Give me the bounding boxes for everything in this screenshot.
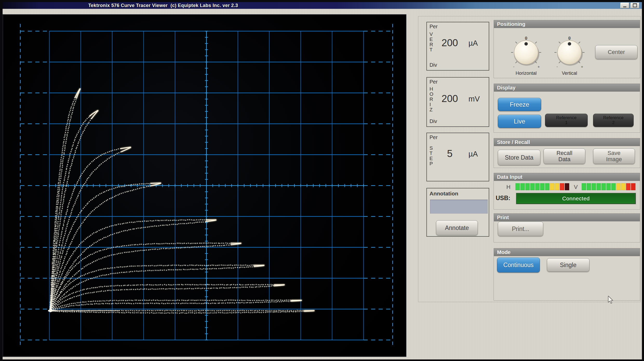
knob-minus-label: - bbox=[556, 64, 558, 69]
per-vert-prefix: Per bbox=[430, 24, 438, 30]
per-step-prefix: Per bbox=[430, 134, 438, 140]
title-bar[interactable]: Tektronix 576 Curve Tracer Viewer (c) Eq… bbox=[3, 2, 642, 9]
reference1-button[interactable]: Reference 1 bbox=[545, 114, 588, 127]
annotation-box: Annotation Annotate bbox=[426, 188, 489, 237]
usb-label: USB: bbox=[496, 195, 510, 202]
usb-status-bar: Connected bbox=[516, 193, 636, 204]
recall-data-label-2: Data bbox=[558, 156, 570, 162]
single-mode-button[interactable]: Single bbox=[547, 258, 589, 272]
positioning-header: Positioning bbox=[494, 20, 640, 28]
vert-per-div-value: 200 bbox=[434, 37, 465, 49]
window-title: Tektronix 576 Curve Tracer Viewer (c) Eq… bbox=[3, 3, 238, 8]
per-vert-div-box: Per VERT 200 µA Div bbox=[426, 22, 489, 71]
vert-per-div-unit: µA bbox=[468, 39, 487, 47]
crt-display bbox=[3, 15, 406, 356]
save-image-label-2: Image bbox=[606, 156, 622, 162]
maximize-icon bbox=[633, 3, 637, 7]
display-header: Display bbox=[494, 84, 640, 92]
maximize-button[interactable] bbox=[630, 3, 639, 8]
freeze-button[interactable]: Freeze bbox=[498, 98, 541, 111]
vertical-position-knob[interactable]: - + bbox=[552, 32, 587, 71]
per-step-axis-label: STEP bbox=[430, 146, 432, 166]
horiz-per-div-unit: mV bbox=[468, 95, 487, 103]
annotation-title: Annotation bbox=[430, 190, 458, 197]
reference2-label: Reference bbox=[603, 115, 623, 120]
minimize-button[interactable] bbox=[620, 3, 629, 8]
recall-data-button[interactable]: Recall Data bbox=[544, 148, 585, 164]
client-area: Per VERT 200 µA Div Per HORIZ 200 mV Div… bbox=[3, 9, 642, 359]
live-button[interactable]: Live bbox=[498, 115, 541, 128]
reference2-button[interactable]: Reference 2 bbox=[593, 114, 634, 127]
save-image-label-1: Save bbox=[607, 150, 620, 156]
v-meter-label: V bbox=[574, 184, 578, 190]
v-input-meter bbox=[582, 183, 635, 190]
per-step-box: Per STEP 5 µA bbox=[426, 133, 489, 181]
per-horiz-axis-label: HORIZ bbox=[430, 86, 432, 112]
center-button[interactable]: Center bbox=[595, 45, 638, 59]
horizontal-knob-label: Horizontal bbox=[508, 71, 544, 76]
annotate-button[interactable]: Annotate bbox=[436, 220, 478, 235]
app-window: Tektronix 576 Curve Tracer Viewer (c) Eq… bbox=[3, 2, 642, 359]
store-recall-header: Store / Recall bbox=[494, 138, 640, 146]
reference2-number: 2 bbox=[612, 120, 614, 125]
minimize-icon bbox=[623, 6, 626, 7]
step-unit: µA bbox=[468, 150, 487, 158]
knob-plus-label: + bbox=[538, 64, 540, 69]
mode-header: Mode bbox=[494, 248, 640, 256]
data-input-header: Data Input bbox=[494, 173, 640, 181]
knob-plus-label: + bbox=[581, 64, 583, 69]
per-horiz-suffix: Div bbox=[430, 118, 437, 124]
step-value: 5 bbox=[434, 148, 465, 159]
knob-minus-label: - bbox=[513, 64, 514, 69]
vertical-knob-label: Vertical bbox=[551, 71, 588, 76]
per-vert-axis-label: VERT bbox=[430, 32, 432, 52]
knob-indicator-dot bbox=[525, 42, 528, 46]
continuous-mode-button[interactable]: Continuous bbox=[497, 257, 540, 273]
store-data-button[interactable]: Store Data bbox=[498, 150, 540, 165]
knob-indicator-dot bbox=[568, 42, 571, 46]
horiz-per-div-value: 200 bbox=[434, 93, 465, 104]
h-input-meter bbox=[515, 183, 569, 190]
per-horiz-prefix: Per bbox=[430, 79, 438, 85]
usb-status-text: Connected bbox=[562, 195, 590, 202]
reference1-number: 1 bbox=[565, 120, 567, 125]
annotation-input[interactable] bbox=[430, 200, 488, 214]
h-meter-label: H bbox=[506, 184, 511, 190]
mode-panel: Mode bbox=[494, 248, 640, 301]
print-header: Print bbox=[494, 214, 640, 221]
per-horiz-div-box: Per HORIZ 200 mV Div bbox=[426, 77, 489, 127]
print-button[interactable]: Print... bbox=[498, 222, 543, 236]
horizontal-position-knob[interactable]: - + bbox=[509, 32, 543, 71]
reference1-label: Reference bbox=[556, 115, 576, 120]
save-image-button[interactable]: Save Image bbox=[593, 148, 635, 164]
per-vert-suffix: Div bbox=[430, 62, 437, 68]
recall-data-label-1: Recall bbox=[556, 150, 572, 156]
